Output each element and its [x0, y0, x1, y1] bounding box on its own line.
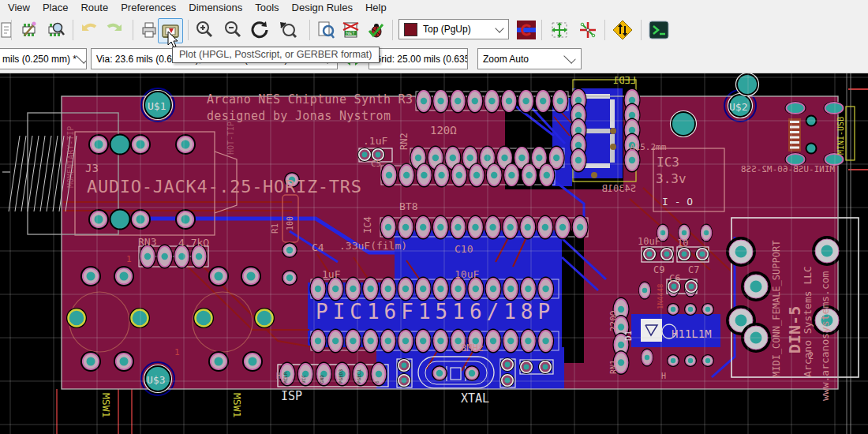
redo-button[interactable]	[103, 18, 126, 42]
zoom-window-button[interactable]	[276, 18, 300, 42]
svg-text:GND: GND	[319, 375, 324, 383]
cursor-arrow-icon	[167, 31, 180, 48]
edit-component-button[interactable]	[17, 18, 41, 42]
undo-icon	[79, 20, 99, 40]
redo-icon	[104, 20, 125, 40]
svg-text:S4301B: S4301B	[602, 183, 636, 194]
ratsnest-icon	[578, 20, 598, 40]
svg-text:220Ω: 220Ω	[608, 310, 619, 331]
svg-text:H: H	[661, 372, 666, 380]
find-component-button[interactable]	[44, 18, 68, 42]
script-console-button[interactable]	[647, 18, 671, 42]
svg-text:MINI-USB-60-M2-SS8: MINI-USB-60-M2-SS8	[741, 164, 835, 174]
update-structure-button[interactable]	[611, 18, 634, 42]
menu-item-route[interactable]: Route	[74, 1, 114, 15]
find-component-icon	[46, 20, 66, 40]
terminal-icon	[649, 20, 669, 40]
menu-item-tools[interactable]: Tools	[249, 1, 285, 15]
menu-item-help[interactable]: Help	[359, 1, 393, 15]
grid-select[interactable]: Grid: 25.00 mils (0.6350 mm)	[369, 48, 468, 69]
layer-select[interactable]: Top (PgUp)	[398, 19, 509, 39]
edit-component-icon	[19, 20, 39, 40]
svg-text:I - O: I - O	[662, 196, 693, 208]
check-net-button[interactable]: NET	[339, 18, 363, 42]
update-structure-icon	[612, 20, 633, 40]
svg-text:10uF: 10uF	[455, 268, 479, 280]
svg-text:U$3: U$3	[147, 374, 165, 386]
svg-text:XTAL: XTAL	[461, 391, 489, 406]
svg-text:IC3: IC3	[657, 155, 679, 170]
svg-text:IC4: IC4	[362, 216, 373, 234]
svg-text:R1: R1	[270, 223, 280, 234]
verification-bug-icon	[366, 20, 387, 40]
svg-text:1: 1	[126, 254, 132, 264]
svg-text:RN3: RN3	[138, 236, 156, 248]
chevron-down-icon	[76, 51, 87, 64]
svg-text:H11L1M: H11L1M	[672, 327, 712, 340]
svg-text:MCLR: MCLR	[282, 372, 288, 383]
preview-icon	[316, 20, 336, 40]
layer-color-swatch	[404, 23, 417, 36]
menu-item-place[interactable]: Place	[36, 1, 75, 15]
menu-item-dimensions[interactable]: Dimensions	[182, 1, 249, 15]
svg-text:MSW1: MSW1	[100, 393, 112, 417]
chevron-down-icon	[563, 51, 576, 64]
svg-text:C9: C9	[653, 264, 664, 275]
mouse-cursor	[167, 31, 180, 51]
svg-text:AUDIO-JACK4-.25-HORIZ-TRS: AUDIO-JACK4-.25-HORIZ-TRS	[87, 177, 362, 196]
zoom-out-icon	[223, 20, 243, 40]
svg-text:C4: C4	[312, 241, 324, 253]
zoom-in-icon	[194, 20, 215, 40]
trace-width-select[interactable]: mils (0.250 mm) *	[0, 48, 87, 69]
svg-text:MOMENTARY-TIP: MOMENTARY-TIP	[66, 126, 75, 188]
zoom-out-button[interactable]	[221, 18, 245, 42]
svg-text:BT8: BT8	[399, 200, 417, 212]
pcb-editor-window: Arcano NES Chiptune Synth R3designed by …	[0, 0, 868, 434]
check-net-icon: NET	[341, 20, 361, 40]
svg-text:8MHz: 8MHz	[461, 342, 484, 354]
svg-text:100: 100	[286, 216, 294, 230]
layer-pair-button[interactable]	[514, 18, 538, 42]
svg-text:1: 1	[174, 347, 180, 357]
svg-text:MINI-USB: MINI-USB	[836, 117, 845, 155]
svg-text:HOT-TIP: HOT-TIP	[226, 122, 235, 155]
menu-bar: ViewPlaceRoutePreferencesDimensionsTools…	[0, 0, 868, 15]
file-icon	[0, 20, 11, 40]
svg-text:4.7kΩ: 4.7kΩ	[178, 237, 209, 249]
svg-text:C7: C7	[688, 264, 699, 275]
svg-text:J3: J3	[85, 162, 99, 174]
svg-text:2: 2	[808, 350, 814, 361]
svg-text:10: 10	[677, 238, 688, 249]
menu-item-preferences[interactable]: Preferences	[114, 1, 182, 15]
svg-text:.1uF: .1uF	[363, 135, 387, 147]
svg-text:MSW1: MSW1	[231, 393, 243, 417]
svg-text:120Ω: 120Ω	[430, 124, 457, 137]
menu-item-view[interactable]: View	[2, 1, 36, 15]
zoom-select[interactable]: Zoom Auto	[477, 48, 582, 69]
redraw-icon	[249, 20, 270, 40]
svg-text:ISP: ISP	[281, 389, 302, 403]
zoom-in-button[interactable]	[193, 18, 216, 42]
svg-text:RN2: RN2	[398, 133, 410, 150]
verification-button[interactable]	[365, 18, 388, 42]
svg-text:NET: NET	[346, 31, 356, 36]
svg-text:C6: C6	[669, 273, 680, 284]
preview-button[interactable]	[314, 18, 338, 42]
svg-text:1uF: 1uF	[322, 268, 341, 280]
menu-item-design-rules[interactable]: Design Rules	[286, 1, 359, 15]
undo-button[interactable]	[77, 18, 101, 42]
chevron-down-icon	[495, 24, 503, 32]
print-icon	[139, 20, 159, 40]
svg-text:PIC16F1516/18P: PIC16F1516/18P	[316, 300, 555, 324]
svg-text:Arcano NES Chiptune Synth R3: Arcano NES Chiptune Synth R3	[207, 92, 413, 107]
redraw-button[interactable]	[248, 18, 271, 42]
svg-text:1N4448: 1N4448	[657, 283, 664, 309]
move-pattern-button[interactable]	[548, 18, 571, 42]
toolbar: NET Top (PgUp)	[0, 15, 868, 46]
svg-text:C10: C10	[455, 243, 473, 255]
grid-value: Grid: 25.00 mils (0.6350 mm)	[369, 54, 468, 65]
svg-text:U$1: U$1	[148, 100, 166, 112]
svg-text:RN1: RN1	[609, 360, 618, 374]
ratsnest-button[interactable]	[576, 18, 600, 42]
svg-text:10uF: 10uF	[638, 236, 660, 247]
